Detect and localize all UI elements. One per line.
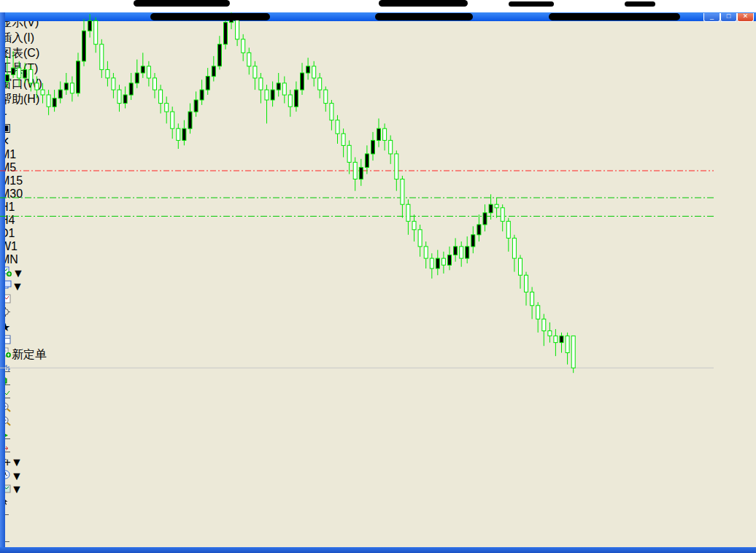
chart-shift-button[interactable] bbox=[0, 443, 756, 456]
redaction-blob bbox=[549, 13, 680, 20]
close-button[interactable]: ✕ bbox=[737, 13, 754, 22]
auto-scroll-button[interactable] bbox=[0, 430, 756, 443]
zoom-out-button[interactable] bbox=[0, 416, 756, 430]
crosshair-button[interactable] bbox=[0, 509, 756, 522]
zoom-in-button[interactable] bbox=[0, 402, 756, 416]
indicators-button[interactable]: f+▼ bbox=[0, 456, 756, 469]
templates-button[interactable]: ▼ bbox=[0, 483, 756, 496]
candlestick-chart bbox=[0, 0, 714, 401]
vertical-line-button[interactable] bbox=[0, 522, 756, 535]
redaction-blob bbox=[375, 13, 473, 20]
periods-button[interactable]: ▼ bbox=[0, 469, 756, 483]
window-bottom-border bbox=[0, 547, 756, 553]
redaction-blob bbox=[150, 13, 270, 20]
dropdown-arrow-icon: ▼ bbox=[11, 456, 23, 468]
minimize-button[interactable]: _ bbox=[703, 13, 720, 22]
maximize-button[interactable]: □ bbox=[720, 13, 737, 22]
mt4-application-window: 文件(F)显示(V)插入(I)图表(C)工具(T)窗口(W)帮助(H)–▣✕ M… bbox=[0, 0, 756, 553]
cursor-button[interactable] bbox=[0, 496, 756, 509]
dropdown-arrow-icon: ▼ bbox=[11, 483, 23, 495]
dropdown-arrow-icon: ▼ bbox=[11, 470, 23, 482]
